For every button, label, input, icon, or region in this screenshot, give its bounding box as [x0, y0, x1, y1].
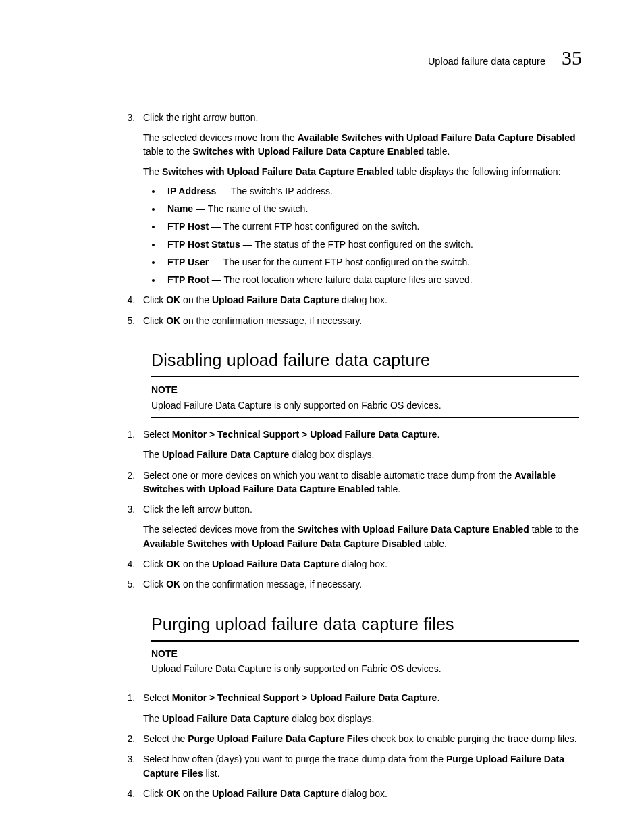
note-block-2: NOTE Upload Failure Data Capture is only…: [151, 647, 579, 682]
s2-step-1: Select Monitor > Technical Support > Upl…: [138, 427, 579, 462]
header-chapter-number: 35: [562, 43, 582, 73]
steps-list-3: Select Monitor > Technical Support > Upl…: [138, 691, 579, 800]
note-block-1: NOTE Upload Failure Data Capture is only…: [151, 383, 579, 418]
note-label-2: NOTE: [151, 647, 579, 660]
s2-step-3: Click the left arrow button. The selecte…: [138, 502, 579, 550]
note-text: Upload Failure Data Capture is only supp…: [151, 398, 579, 412]
bullet-name: Name — The name of the switch.: [162, 202, 579, 215]
bullet-ftp-user: FTP User — The user for the current FTP …: [162, 255, 579, 269]
step-3: Click the right arrow button. The select…: [138, 111, 579, 287]
page-header: Upload failure data capture 35: [62, 43, 582, 73]
content: Click the right arrow button. The select…: [62, 111, 582, 801]
header-section-title: Upload failure data capture: [428, 55, 545, 69]
page: Upload failure data capture 35 Click the…: [0, 0, 644, 834]
s3-step-4: Click OK on the Upload Failure Data Capt…: [138, 787, 579, 800]
bullet-ftp-root: FTP Root — The root location where failu…: [162, 273, 579, 286]
step-5: Click OK on the confirmation message, if…: [138, 314, 579, 328]
heading-purging: Purging upload failure data capture file…: [151, 612, 579, 642]
s3-step-3: Select how often (days) you want to purg…: [138, 752, 579, 780]
steps-list-1: Click the right arrow button. The select…: [138, 111, 579, 328]
bullet-ip-address: IP Address — The switch's IP address.: [162, 184, 579, 198]
bullet-ftp-host: FTP Host — The current FTP host configur…: [162, 219, 579, 233]
s3-step-2: Select the Purge Upload Failure Data Cap…: [138, 732, 579, 746]
step3-para2: The Switches with Upload Failure Data Ca…: [143, 165, 579, 178]
s2-step-5: Click OK on the confirmation message, if…: [138, 577, 579, 591]
step3-para1: The selected devices move from the Avail…: [143, 131, 579, 159]
s2-step-2: Select one or more devices on which you …: [138, 469, 579, 496]
steps-list-2: Select Monitor > Technical Support > Upl…: [138, 427, 579, 592]
step-4: Click OK on the Upload Failure Data Capt…: [138, 293, 579, 307]
note-label: NOTE: [151, 383, 579, 396]
heading-disabling: Disabling upload failure data capture: [151, 348, 579, 377]
step3-text: Click the right arrow button.: [143, 111, 579, 124]
bullet-ftp-host-status: FTP Host Status — The status of the FTP …: [162, 238, 579, 251]
info-bullets: IP Address — The switch's IP address. Na…: [146, 184, 579, 287]
s3-step-1: Select Monitor > Technical Support > Upl…: [138, 691, 579, 725]
note-text-2: Upload Failure Data Capture is only supp…: [151, 662, 579, 675]
s2-step-4: Click OK on the Upload Failure Data Capt…: [138, 557, 579, 571]
